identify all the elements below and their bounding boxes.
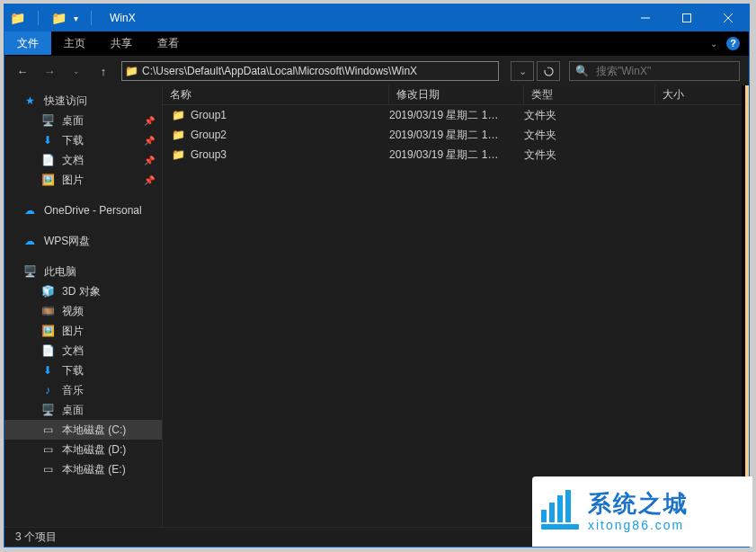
address-history-button[interactable]: ⌄ xyxy=(511,61,534,81)
refresh-button[interactable] xyxy=(537,61,560,81)
file-row[interactable]: 📁Group1 2019/03/19 星期二 1… 文件夹 xyxy=(163,105,742,125)
watermark-title: 系统之城 xyxy=(588,490,689,518)
sidebar-item-label: 视频 xyxy=(62,304,84,319)
separator xyxy=(38,11,39,25)
tab-view[interactable]: 查看 xyxy=(145,31,191,55)
sidebar-item[interactable]: ⬇下载📌 xyxy=(4,130,162,150)
sidebar-item[interactable]: 📄文档 xyxy=(4,341,162,361)
file-explorer-window: 📁 📁 ▾ WinX 文件 主页 xyxy=(4,4,750,548)
download-icon: ⬇ xyxy=(40,364,55,377)
sidebar-item[interactable]: 🖼️图片📌 xyxy=(4,170,162,190)
column-name[interactable]: 名称 xyxy=(163,85,389,104)
pc-icon: 🖥️ xyxy=(22,265,37,278)
sidebar-item-label: 本地磁盘 (E:) xyxy=(62,462,126,477)
picture-icon: 🖼️ xyxy=(40,325,55,337)
nav-recent-dropdown[interactable]: ⌄ xyxy=(67,67,85,76)
sidebar-item-label: 文档 xyxy=(62,153,84,168)
sidebar-quick-access[interactable]: ★快速访问 xyxy=(4,91,162,111)
tab-file[interactable]: 文件 xyxy=(4,31,51,55)
svg-rect-1 xyxy=(683,14,691,22)
sidebar-item[interactable]: ▭本地磁盘 (E:) xyxy=(4,459,162,479)
sidebar-item-label: 本地磁盘 (D:) xyxy=(62,442,126,458)
download-icon: ⬇ xyxy=(40,134,55,147)
sidebar-item-label: 音乐 xyxy=(62,383,84,398)
minimize-icon xyxy=(641,13,650,22)
pin-icon: 📌 xyxy=(144,116,155,126)
nav-forward-button[interactable]: → xyxy=(40,65,58,78)
sidebar-item-label: 文档 xyxy=(62,343,84,359)
file-list[interactable]: 📁Group1 2019/03/19 星期二 1… 文件夹 📁Group2 20… xyxy=(163,105,742,527)
close-button[interactable] xyxy=(707,4,749,31)
nav-back-button[interactable]: ← xyxy=(13,65,31,78)
right-edge xyxy=(742,85,749,527)
column-type[interactable]: 类型 xyxy=(524,85,655,104)
sidebar-item-label: WPS网盘 xyxy=(44,234,90,249)
column-size[interactable]: 大小 xyxy=(655,85,742,104)
title-bar[interactable]: 📁 📁 ▾ WinX xyxy=(4,4,749,31)
file-row[interactable]: 📁Group2 2019/03/19 星期二 1… 文件夹 xyxy=(163,125,742,145)
folder-icon: 📁 xyxy=(10,11,25,25)
sidebar-item-label: 本地磁盘 (C:) xyxy=(62,423,126,438)
sidebar-item[interactable]: ♪音乐 xyxy=(4,380,162,400)
ribbon-expand-icon[interactable]: ⌄ xyxy=(710,39,717,49)
drive-icon: ▭ xyxy=(40,443,55,456)
nav-up-button[interactable]: ↑ xyxy=(94,65,112,78)
document-icon: 📄 xyxy=(40,344,55,357)
picture-icon: 🖼️ xyxy=(40,174,55,186)
cloud-icon: ☁ xyxy=(22,235,37,247)
maximize-icon xyxy=(682,13,691,22)
sidebar-item[interactable]: 🎞️视频 xyxy=(4,301,162,321)
sidebar-item[interactable]: 🧊3D 对象 xyxy=(4,281,162,301)
sidebar-onedrive[interactable]: ☁OneDrive - Personal xyxy=(4,200,162,220)
search-icon: 🔍 xyxy=(575,65,589,77)
column-headers: 名称 修改日期 类型 大小 xyxy=(163,85,742,105)
watermark-badge: 系统之城 xitong86.com xyxy=(532,476,752,547)
file-list-pane: 名称 修改日期 类型 大小 📁Group1 2019/03/19 星期二 1… … xyxy=(162,85,742,527)
file-name: Group1 xyxy=(191,109,227,121)
minimize-button[interactable] xyxy=(625,4,666,31)
search-box[interactable]: 🔍 xyxy=(569,61,740,81)
sidebar-item[interactable]: 🖥️桌面📌 xyxy=(4,111,162,130)
sidebar-item[interactable]: ▭本地磁盘 (C:) xyxy=(4,420,162,440)
separator xyxy=(91,11,92,25)
address-bar[interactable]: 📁 xyxy=(121,61,499,81)
sidebar-this-pc[interactable]: 🖥️此电脑 xyxy=(4,262,162,281)
document-icon: 📄 xyxy=(40,154,55,166)
sidebar-item-label: 快速访问 xyxy=(44,93,87,109)
qat-dropdown-icon[interactable]: ▾ xyxy=(74,13,78,23)
search-input[interactable] xyxy=(594,64,734,78)
maximize-button[interactable] xyxy=(666,4,707,31)
cloud-icon: ☁ xyxy=(22,204,37,217)
drive-icon: ▭ xyxy=(40,463,55,476)
close-icon xyxy=(724,13,733,22)
status-item-count: 3 个项目 xyxy=(15,530,57,545)
desktop-icon: 🖥️ xyxy=(40,114,55,127)
watermark-url: xitong86.com xyxy=(588,518,689,533)
cube-icon: 🧊 xyxy=(40,285,55,298)
watermark-logo-icon xyxy=(541,490,579,533)
file-row[interactable]: 📁Group3 2019/03/19 星期二 1… 文件夹 xyxy=(163,145,742,165)
folder-icon: 📁 xyxy=(122,65,140,77)
sidebar-item-label: 桌面 xyxy=(62,403,84,418)
address-input[interactable] xyxy=(140,64,498,78)
navigation-pane[interactable]: ★快速访问🖥️桌面📌⬇下载📌📄文档📌🖼️图片📌☁OneDrive - Perso… xyxy=(4,85,162,527)
ribbon-tabs: 文件 主页 共享 查看 ⌄ ? xyxy=(4,31,749,55)
sidebar-wps[interactable]: ☁WPS网盘 xyxy=(4,231,162,251)
folder-icon: 📁 xyxy=(172,148,185,161)
sidebar-item[interactable]: 📄文档📌 xyxy=(4,150,162,170)
sidebar-item[interactable]: 🖥️桌面 xyxy=(4,400,162,420)
file-type: 文件夹 xyxy=(524,128,655,143)
help-button[interactable]: ? xyxy=(726,37,740,50)
sidebar-item-label: 此电脑 xyxy=(44,264,76,280)
sidebar-item-label: 下载 xyxy=(62,363,84,378)
sidebar-item-label: 桌面 xyxy=(62,113,84,129)
tab-share[interactable]: 共享 xyxy=(98,31,145,55)
sidebar-item[interactable]: ⬇下载 xyxy=(4,361,162,380)
sidebar-item[interactable]: ▭本地磁盘 (D:) xyxy=(4,440,162,459)
sidebar-item[interactable]: 🖼️图片 xyxy=(4,321,162,341)
column-date[interactable]: 修改日期 xyxy=(389,85,524,104)
tab-home[interactable]: 主页 xyxy=(51,31,98,55)
desktop-icon: 🖥️ xyxy=(40,404,55,416)
file-date: 2019/03/19 星期二 1… xyxy=(389,108,524,123)
navigation-bar: ← → ⌄ ↑ 📁 ⌄ 🔍 xyxy=(4,57,749,85)
